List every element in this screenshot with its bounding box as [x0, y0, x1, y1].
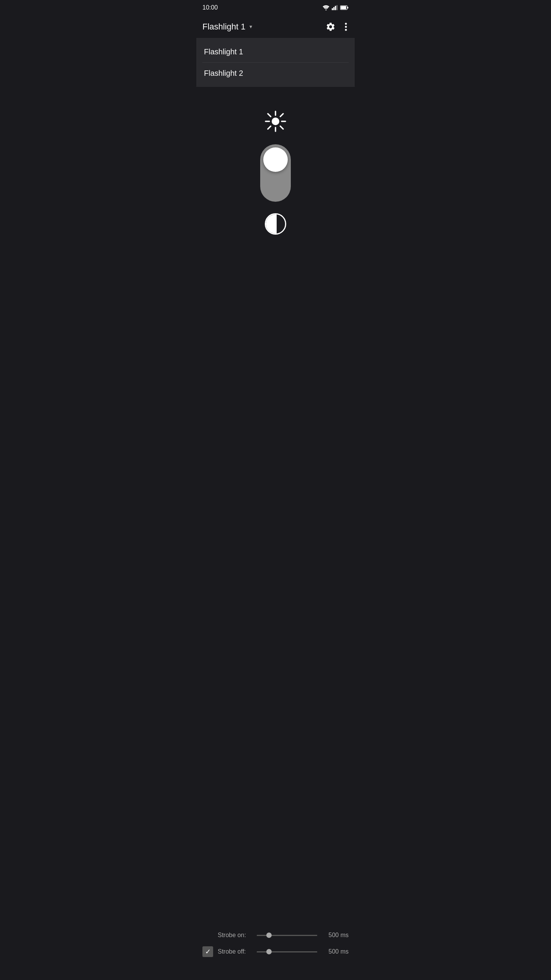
svg-rect-1	[332, 8, 333, 10]
svg-rect-6	[341, 6, 346, 9]
sun-icon	[264, 110, 287, 133]
battery-icon	[340, 5, 349, 10]
status-time: 10:00	[202, 4, 218, 11]
more-options-button[interactable]	[343, 21, 349, 33]
dropdown-menu: Flashlight 1 Flashlight 2	[196, 38, 355, 87]
svg-point-8	[345, 23, 347, 24]
flashlight-toggle[interactable]	[260, 144, 291, 202]
status-icons	[323, 5, 349, 10]
dropdown-item-flashlight2[interactable]: Flashlight 2	[196, 63, 355, 84]
svg-line-16	[268, 114, 271, 117]
svg-point-10	[345, 29, 347, 31]
svg-line-17	[280, 114, 284, 117]
signal-icon	[332, 5, 338, 10]
svg-rect-7	[347, 7, 348, 9]
more-dots-icon	[345, 23, 347, 31]
toolbar-title: Flashlight 1	[202, 22, 246, 32]
toolbar: Flashlight 1 ▼	[196, 15, 355, 38]
brightness-icon-container	[264, 110, 287, 133]
toolbar-actions	[324, 20, 349, 33]
svg-point-11	[272, 118, 279, 125]
svg-rect-2	[333, 7, 334, 10]
strobe-half-fill	[266, 214, 277, 235]
toolbar-title-area[interactable]: Flashlight 1 ▼	[202, 22, 324, 32]
svg-rect-4	[336, 5, 337, 10]
toggle-knob	[263, 147, 288, 172]
settings-button[interactable]	[324, 20, 337, 33]
status-bar: 10:00	[196, 0, 355, 15]
wifi-icon	[323, 5, 329, 10]
svg-line-19	[280, 126, 284, 129]
svg-point-0	[326, 10, 327, 11]
dropdown-item-flashlight1[interactable]: Flashlight 1	[196, 41, 355, 62]
strobe-icon[interactable]	[265, 213, 286, 235]
chevron-down-icon: ▼	[249, 24, 253, 29]
main-content	[196, 87, 355, 338]
svg-rect-3	[335, 6, 336, 10]
svg-point-9	[345, 26, 347, 28]
svg-line-18	[268, 126, 271, 129]
gear-icon	[326, 22, 336, 32]
